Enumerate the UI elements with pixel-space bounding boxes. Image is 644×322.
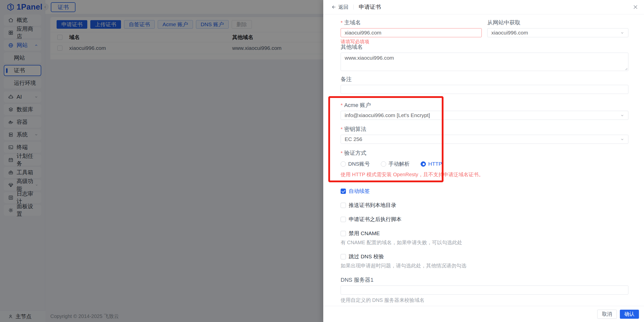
drawer-title: 申请证书 (359, 3, 381, 11)
drawer-body: *主域名 请填写必填项 从网站中获取 xiaocui996.com 其他域名 w… (323, 15, 644, 306)
required-asterisk: * (341, 102, 343, 108)
key-algorithm-value: EC 256 (345, 136, 362, 142)
dns-server1-helper: 使用自定义的 DNS 服务器来校验域名 (341, 297, 628, 304)
remark-label: 备注 (341, 76, 628, 83)
radio-dot (341, 161, 346, 167)
primary-domain-field (341, 28, 482, 37)
primary-domain-label: *主域名 (341, 19, 482, 26)
checkbox-box (341, 203, 346, 208)
chevron-down-icon (620, 31, 624, 35)
back-button[interactable]: 返回 (331, 4, 348, 11)
checkbox-box (341, 217, 346, 222)
dns-server1-input[interactable] (345, 287, 624, 293)
checkbox-box (341, 189, 346, 194)
drawer-footer: 取消 确认 (323, 306, 644, 322)
dns-server1-label: DNS 服务器1 (341, 277, 628, 283)
other-domains-label: 其他域名 (341, 44, 628, 50)
confirm-button[interactable]: 确认 (620, 310, 639, 319)
acme-account-select[interactable]: info@xiaocui996.com [Let's Encrypt] (341, 111, 628, 120)
checkbox-box (341, 254, 346, 259)
radio-dot (381, 161, 386, 167)
radio-label: DNS账号 (348, 160, 370, 167)
radio-label: 手动解析 (388, 160, 410, 167)
chevron-down-icon (620, 113, 624, 118)
skip-dns-helper: 如果出现申请超时问题，请勾选此处，其他情况请勿勾选 (341, 262, 628, 269)
checkbox-label: 跳过 DNS 校验 (349, 253, 384, 260)
verify-mode-radios: DNS账号 手动解析 HTTP (341, 160, 628, 167)
primary-domain-error: 请填写必填项 (341, 39, 482, 44)
chevron-down-icon (620, 137, 624, 141)
required-asterisk: * (341, 20, 343, 26)
from-website-value: xiaocui996.com (491, 30, 528, 36)
arrow-left-icon (331, 5, 336, 10)
disable-cname-helper: 有 CNAME 配置的域名，如果申请失败，可以勾选此处 (341, 239, 628, 246)
radio-label: HTTP (428, 161, 442, 167)
checkbox-label: 禁用 CNAME (349, 230, 380, 237)
apply-cert-drawer: 返回 申请证书 *主域名 请填写必填项 从网站中获取 xiaocui996.co… (323, 0, 644, 322)
required-asterisk: * (341, 150, 343, 156)
dns-server1-field (341, 285, 628, 295)
checkbox-label: 申请证书之后执行脚本 (349, 216, 401, 223)
from-website-select[interactable]: xiaocui996.com (487, 28, 628, 37)
auto-renew-checkbox[interactable]: 自动续签 (341, 188, 628, 195)
back-label: 返回 (338, 4, 348, 11)
radio-dot (421, 161, 426, 167)
checkbox-label: 自动续签 (349, 188, 370, 195)
verify-mode-label: *验证方式 (341, 150, 628, 156)
push-dir-checkbox[interactable]: 推送证书到本地目录 (341, 202, 628, 209)
remark-input[interactable] (345, 86, 624, 92)
skip-dns-checkbox[interactable]: 跳过 DNS 校验 (341, 253, 628, 260)
close-icon[interactable] (632, 4, 638, 10)
key-algorithm-label: *密钥算法 (341, 126, 628, 132)
button-label: 取消 (602, 311, 612, 317)
annotated-section: *Acme 账户 info@xiaocui996.com [Let's Encr… (341, 102, 628, 178)
button-label: 确认 (624, 311, 634, 317)
http-mode-note: 使用 HTTP 模式需安装 OpenResty，且不支持申请泛域名证书。 (341, 171, 628, 178)
acme-account-label: *Acme 账户 (341, 102, 628, 109)
exec-script-checkbox[interactable]: 申请证书之后执行脚本 (341, 216, 628, 223)
checkbox-label: 推送证书到本地目录 (349, 202, 396, 209)
from-website-label: 从网站中获取 (487, 19, 628, 26)
checkbox-box (341, 231, 346, 236)
remark-field (341, 85, 628, 94)
required-asterisk: * (341, 126, 343, 132)
cancel-button[interactable]: 取消 (597, 310, 617, 319)
radio-http[interactable]: HTTP (421, 161, 442, 167)
primary-domain-input[interactable] (345, 30, 478, 36)
key-algorithm-select[interactable]: EC 256 (341, 135, 628, 144)
radio-dns-account[interactable]: DNS账号 (341, 160, 370, 167)
disable-cname-checkbox[interactable]: 禁用 CNAME (341, 230, 628, 237)
other-domains-textarea[interactable]: www.xiaocui996.com (341, 53, 628, 71)
acme-account-value: info@xiaocui996.com [Let's Encrypt] (345, 112, 430, 118)
drawer-header: 返回 申请证书 (323, 0, 644, 14)
header-divider (353, 5, 354, 10)
radio-manual-resolve[interactable]: 手动解析 (381, 160, 410, 167)
